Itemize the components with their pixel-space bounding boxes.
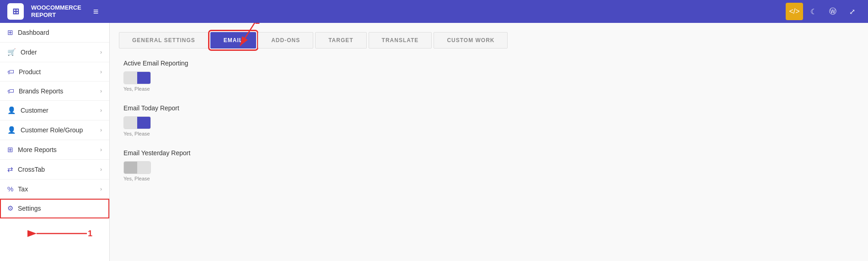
svg-text:2: 2 xyxy=(255,23,260,26)
toggle-on-side xyxy=(137,116,150,129)
main-content: 2 GENERAL SETTINGS EMAIL ADD-ONS TARGET … xyxy=(110,23,868,261)
tab-custom-work[interactable]: CUSTOM WORK xyxy=(434,32,508,49)
email-today-toggle[interactable] xyxy=(123,116,151,129)
sidebar-label-dashboard: Dashboard xyxy=(18,29,49,36)
dark-mode-button[interactable]: ☾ xyxy=(805,3,822,20)
toggle-on-side xyxy=(137,71,150,84)
tab-translate[interactable]: TRANSLATE xyxy=(369,32,432,49)
email-today-sublabel: Yes, Please xyxy=(123,131,854,136)
toggle-off-right-side xyxy=(137,161,150,174)
settings-icon: ⚙ xyxy=(7,204,13,212)
sidebar-label-product: Product xyxy=(19,68,41,76)
expand-button[interactable]: ⤢ xyxy=(843,3,861,20)
tab-target[interactable]: TARGET xyxy=(315,32,366,49)
sidebar-item-brands-reports[interactable]: 🏷 Brands Reports › xyxy=(0,82,109,101)
more-reports-chevron: › xyxy=(100,147,102,153)
email-today-report-block: Email Today Report Yes, Please xyxy=(123,104,854,136)
active-email-reporting-label: Active Email Reporting xyxy=(123,60,854,67)
brands-reports-icon: 🏷 xyxy=(7,87,14,95)
customer-role-chevron: › xyxy=(100,127,102,133)
dashboard-icon: ⊞ xyxy=(7,28,13,37)
order-chevron: › xyxy=(100,49,102,55)
crosstab-icon: ⇄ xyxy=(7,165,13,174)
brands-reports-chevron: › xyxy=(100,88,102,94)
email-yesterday-sublabel: Yes, Please xyxy=(123,176,854,181)
sidebar-label-settings: Settings xyxy=(18,205,41,212)
sidebar-item-more-reports[interactable]: ⊞ More Reports › xyxy=(0,140,109,160)
app-title: WOOCOMMERCE REPORT xyxy=(31,4,81,18)
customer-icon: 👤 xyxy=(7,106,16,114)
sidebar-label-order: Order xyxy=(21,49,37,56)
active-email-reporting-block: Active Email Reporting Yes, Please xyxy=(123,60,854,92)
sidebar-label-more-reports: More Reports xyxy=(18,146,57,153)
sidebar-label-tax: Tax xyxy=(18,185,28,193)
tax-chevron: › xyxy=(100,186,102,192)
tax-icon: % xyxy=(7,185,13,193)
more-reports-icon: ⊞ xyxy=(7,146,13,154)
toggle-off-side xyxy=(124,116,137,129)
sidebar-item-tax[interactable]: % Tax › xyxy=(0,179,109,199)
email-settings-content: Active Email Reporting Yes, Please Email… xyxy=(119,60,859,181)
active-email-sublabel: Yes, Please xyxy=(123,86,854,92)
customer-role-icon: 👤 xyxy=(7,126,16,134)
product-icon: 🏷 xyxy=(7,68,14,76)
top-navigation: ⊞ WOOCOMMERCE REPORT ≡ </> ☾ Ⓦ ⤢ xyxy=(0,0,868,23)
main-layout: ⊞ Dashboard 🛒 Order › 🏷 Product › 🏷 Bran… xyxy=(0,23,868,261)
sidebar: ⊞ Dashboard 🛒 Order › 🏷 Product › 🏷 Bran… xyxy=(0,23,110,261)
sidebar-item-customer-role-group[interactable]: 👤 Customer Role/Group › xyxy=(0,120,109,140)
product-chevron: › xyxy=(100,69,102,75)
tab-add-ons[interactable]: ADD-ONS xyxy=(258,32,313,49)
crosstab-chevron: › xyxy=(100,166,102,173)
email-yesterday-report-block: Email Yesterday Report Yes, Please xyxy=(123,149,854,181)
order-icon: 🛒 xyxy=(7,48,16,56)
active-email-toggle[interactable] xyxy=(123,71,151,84)
toggle-off-side xyxy=(124,71,137,84)
sidebar-label-customer: Customer xyxy=(21,107,48,114)
toggle-off-gray-side xyxy=(124,161,137,174)
sidebar-label-crosstab: CrossTab xyxy=(18,166,45,173)
sidebar-item-settings[interactable]: ⚙ Settings xyxy=(0,199,109,218)
tab-email[interactable]: EMAIL xyxy=(210,32,256,49)
sidebar-item-customer[interactable]: 👤 Customer › xyxy=(0,101,109,120)
hamburger-menu[interactable]: ≡ xyxy=(93,6,99,17)
topnav-right: </> ☾ Ⓦ ⤢ xyxy=(786,3,861,20)
email-yesterday-label: Email Yesterday Report xyxy=(123,149,854,157)
email-today-label: Email Today Report xyxy=(123,104,854,112)
customer-chevron: › xyxy=(100,107,102,114)
tab-general-settings[interactable]: GENERAL SETTINGS xyxy=(119,32,209,49)
email-yesterday-toggle[interactable] xyxy=(123,161,151,174)
sidebar-item-crosstab[interactable]: ⇄ CrossTab › xyxy=(0,160,109,179)
settings-tabs: GENERAL SETTINGS EMAIL ADD-ONS TARGET TR… xyxy=(119,32,859,49)
sidebar-item-dashboard[interactable]: ⊞ Dashboard xyxy=(0,23,109,43)
app-logo: ⊞ xyxy=(7,3,24,20)
sidebar-item-order[interactable]: 🛒 Order › xyxy=(0,43,109,62)
topnav-left: ⊞ WOOCOMMERCE REPORT ≡ xyxy=(7,3,98,20)
code-icon-button[interactable]: </> xyxy=(786,3,803,20)
wordpress-icon-button[interactable]: Ⓦ xyxy=(824,3,841,20)
sidebar-label-customer-role-group: Customer Role/Group xyxy=(21,126,83,134)
sidebar-item-product[interactable]: 🏷 Product › xyxy=(0,62,109,82)
sidebar-label-brands-reports: Brands Reports xyxy=(19,87,63,95)
